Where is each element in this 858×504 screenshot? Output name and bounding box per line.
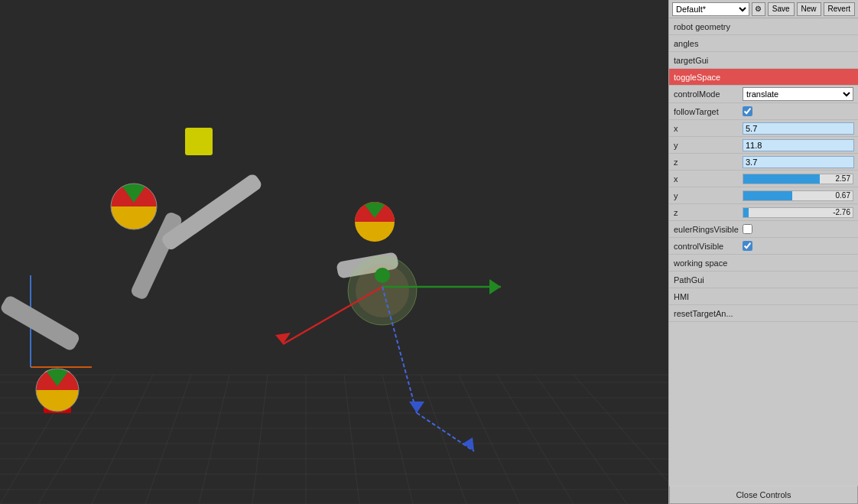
target-gui-row[interactable]: targetGui	[669, 52, 858, 69]
target-gui-label: targetGui	[674, 56, 743, 65]
close-controls-button[interactable]: Close Controls	[669, 486, 858, 504]
angles-label: angles	[674, 39, 743, 48]
path-gui-row[interactable]: PathGui	[669, 272, 858, 288]
panel-body: robot geometry angles targetGui toggleSp…	[669, 18, 858, 486]
x2-slider[interactable]: 2.57	[743, 174, 853, 184]
working-space-label: working space	[674, 259, 743, 268]
control-visible-checkbox[interactable]	[743, 241, 752, 251]
z2-row: z -2.76	[669, 204, 858, 221]
right-panel: Default* ⚙ Save New Revert robot geometr…	[668, 0, 858, 504]
svg-point-42	[375, 268, 390, 283]
save-button[interactable]: Save	[768, 2, 795, 16]
revert-button[interactable]: Revert	[824, 2, 855, 16]
euler-rings-row: eulerRingsVisible	[669, 221, 858, 238]
toggle-space-row[interactable]: toggleSpace	[669, 69, 858, 86]
x1-row: x	[669, 120, 858, 137]
robot-scene	[0, 0, 668, 504]
x1-label: x	[674, 124, 743, 133]
x2-row: x 2.57	[669, 171, 858, 187]
y2-row: y 0.67	[669, 187, 858, 204]
y2-value: 0.67	[836, 191, 850, 200]
svg-rect-36	[185, 128, 213, 155]
panel-header: Default* ⚙ Save New Revert	[669, 0, 858, 18]
control-mode-select[interactable]: translate rotate scale	[743, 87, 853, 101]
angles-row[interactable]: angles	[669, 35, 858, 52]
x2-label: x	[674, 174, 743, 184]
control-visible-row: controlVisible	[669, 238, 858, 255]
follow-target-label: followTarget	[674, 107, 743, 116]
new-button[interactable]: New	[797, 2, 821, 16]
3d-viewport[interactable]	[0, 0, 668, 504]
control-mode-label: controlMode	[674, 89, 743, 99]
preset-select[interactable]: Default*	[672, 2, 749, 16]
euler-rings-label: eulerRingsVisible	[674, 225, 743, 234]
toggle-space-label: toggleSpace	[674, 73, 743, 82]
path-gui-label: PathGui	[674, 275, 743, 285]
z2-value: -2.76	[833, 208, 850, 216]
z1-row: z	[669, 154, 858, 171]
gear-button[interactable]: ⚙	[752, 2, 765, 16]
reset-target-label: resetTargetAn...	[674, 309, 743, 318]
control-mode-row: controlMode translate rotate scale	[669, 86, 858, 103]
y2-slider[interactable]: 0.67	[743, 190, 853, 201]
hmi-row[interactable]: HMI	[669, 288, 858, 305]
y2-label: y	[674, 191, 743, 200]
z2-label: z	[674, 208, 743, 217]
follow-target-checkbox[interactable]	[743, 106, 752, 116]
robot-geometry-row[interactable]: robot geometry	[669, 18, 858, 35]
x2-value: 2.57	[836, 174, 850, 183]
z1-input[interactable]	[743, 156, 854, 168]
z1-label: z	[674, 158, 743, 167]
follow-target-row: followTarget	[669, 103, 858, 120]
working-space-row[interactable]: working space	[669, 255, 858, 272]
x1-input[interactable]	[743, 122, 854, 135]
euler-rings-checkbox[interactable]	[743, 224, 752, 234]
z2-slider[interactable]: -2.76	[743, 207, 853, 218]
y1-row: y	[669, 137, 858, 154]
robot-geometry-label: robot geometry	[674, 22, 743, 31]
reset-target-row[interactable]: resetTargetAn...	[669, 305, 858, 322]
control-visible-label: controlVisible	[674, 242, 743, 251]
hmi-label: HMI	[674, 292, 743, 301]
y1-label: y	[674, 141, 743, 150]
y1-input[interactable]	[743, 139, 854, 151]
